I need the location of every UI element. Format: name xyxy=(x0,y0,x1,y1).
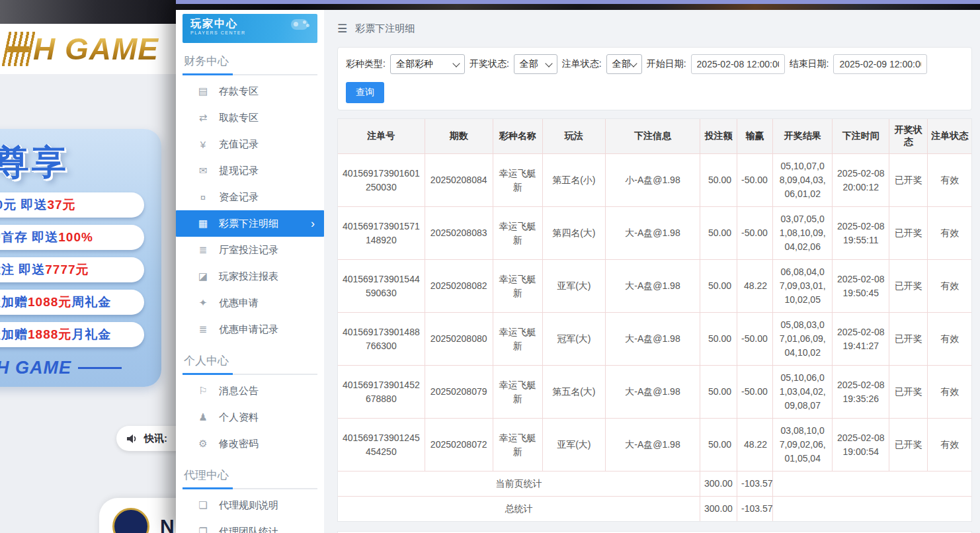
profile-icon: ♟ xyxy=(197,411,209,423)
bet-records-table: 注单号期数彩种名称玩法下注信息投注额输赢开奖结果下注时间开奖状态注单状态 401… xyxy=(338,119,971,521)
table-cell: 已开奖 xyxy=(889,260,928,313)
table-cell: 已开奖 xyxy=(889,366,928,419)
table-cell: 大-A盘@1.98 xyxy=(605,313,700,366)
agent-team-icon: ❐ xyxy=(197,526,209,533)
table-cell: 大-A盘@1.98 xyxy=(605,366,700,419)
section-divider xyxy=(183,374,317,375)
sidebar-item-link[interactable]: ✦优惠申请 xyxy=(183,290,317,316)
summary-label: 当前页统计 xyxy=(338,472,700,497)
password-icon: ⚙ xyxy=(197,438,209,450)
summary-empty xyxy=(773,497,971,522)
table-cell: -50.00 xyxy=(737,154,773,207)
hh-logo-bars-icon xyxy=(1,32,35,66)
announcement-icon: ⚐ xyxy=(197,385,209,397)
table-cell: 06,08,04,07,09,03,01,10,02,05 xyxy=(773,260,833,313)
promo-pill: 60元 即送37元 xyxy=(0,192,144,218)
hamburger-menu-icon[interactable]: ☰ xyxy=(337,22,347,36)
sidebar-item-link[interactable]: ≣厅室投注记录 xyxy=(183,237,317,263)
sidebar-item-label: 代理规则说明 xyxy=(219,499,278,512)
sidebar-item-link[interactable]: ♟个人资料 xyxy=(183,404,317,430)
promo-apply-icon: ✦ xyxy=(197,297,209,309)
sidebar-item-link[interactable]: ≣优惠申请记录 xyxy=(183,316,317,343)
table-cell: 大-A盘@1.98 xyxy=(605,207,700,260)
sidebar-item-link[interactable]: ▤存款专区 xyxy=(183,78,317,104)
sidebar-item-link[interactable]: ✉提现记录 xyxy=(183,157,317,184)
sidebar-item-link[interactable]: ❏代理规则说明 xyxy=(183,492,317,518)
sidebar-item-link[interactable]: ¥充值记录 xyxy=(183,131,317,157)
promo-footer: H GAME xyxy=(0,358,161,378)
promo-banner[interactable]: 尊享 60元 即送37元户首存 即送100%投注 即送7777元天加赠1088元… xyxy=(0,129,161,387)
sidebar-item-link[interactable]: ◪玩家投注报表 xyxy=(183,263,317,290)
table-cell: 05,10,06,01,03,04,02,09,08,07 xyxy=(773,366,833,419)
sidebar-item-link[interactable]: ⚐消息公告 xyxy=(183,378,317,404)
table-cell: 有效 xyxy=(928,366,971,419)
table-cell: 幸运飞艇新 xyxy=(493,313,542,366)
site-logo-text: H GAME xyxy=(33,31,159,67)
sidebar-item-link[interactable]: ❐代理团队统计 xyxy=(183,518,317,533)
sidebar-item-label: 个人资料 xyxy=(219,411,259,424)
table-row: 40156917390157114892020250208083幸运飞艇新第四名… xyxy=(338,207,971,260)
table-cell: 401569173901544590630 xyxy=(338,260,425,313)
draw-status-select[interactable]: 全部 xyxy=(514,54,557,74)
sidebar-item-link[interactable]: ⚙修改密码 xyxy=(183,430,317,457)
table-cell: 2025-02-08 19:00:54 xyxy=(833,419,889,472)
sidebar: 玩家中心 PLAYERS CENTER 财务中心▤存款专区⇄取款专区¥充值记录✉… xyxy=(176,10,324,533)
column-header: 期数 xyxy=(425,119,493,154)
column-header: 注单状态 xyxy=(928,119,971,154)
table-cell: 401569173901488766300 xyxy=(338,313,425,366)
sidebar-item-label: 充值记录 xyxy=(219,138,259,151)
table-cell: 50.00 xyxy=(700,260,737,313)
speaker-icon xyxy=(127,434,138,444)
promo-pill-text: 天加赠 xyxy=(0,327,28,341)
promo-pill-text: 月礼金 xyxy=(71,327,111,341)
promo-pill-text: 1888元 xyxy=(28,327,71,341)
bet-status-select[interactable]: 全部 xyxy=(606,54,642,74)
summary-label: 总统计 xyxy=(338,497,700,522)
lottery-bet-detail-icon: ▦ xyxy=(197,218,209,229)
table-cell: 50.00 xyxy=(700,419,737,472)
table-cell: -50.00 xyxy=(737,207,773,260)
table-cell: 已开奖 xyxy=(889,313,928,366)
news-ticker[interactable]: 快讯: xyxy=(116,426,176,451)
sidebar-item-label: 取款专区 xyxy=(219,112,259,124)
table-cell: 2025-02-08 19:55:11 xyxy=(833,207,889,260)
page-title: 彩票下注明细 xyxy=(355,22,415,35)
bet-records-table-card: 注单号期数彩种名称玩法下注信息投注额输赢开奖结果下注时间开奖状态注单状态 401… xyxy=(337,118,972,522)
top-dark-strip xyxy=(176,4,980,10)
table-cell: 50.00 xyxy=(700,154,737,207)
column-header: 开奖状态 xyxy=(889,119,928,154)
promo-apply-record-icon: ≣ xyxy=(197,323,209,335)
promo-pill-text: 37元 xyxy=(47,198,75,212)
table-cell: 幸运飞艇新 xyxy=(493,366,542,419)
promo-pill: 投注 即送7777元 xyxy=(0,257,144,282)
sidebar-header: 玩家中心 PLAYERS CENTER xyxy=(183,14,317,43)
promo-pill-text: 周礼金 xyxy=(71,295,111,309)
column-header: 玩法 xyxy=(542,119,605,154)
news-label: 快讯: xyxy=(144,432,167,445)
promo-pill-text: 7777元 xyxy=(45,263,89,276)
start-date-input[interactable] xyxy=(691,54,785,74)
column-header: 投注额 xyxy=(700,119,737,154)
game-controller-icon xyxy=(291,19,308,30)
sidebar-item-label: 存款专区 xyxy=(219,85,259,98)
lottery-type-select[interactable]: 全部彩种 xyxy=(390,54,465,74)
bottom-logo-card: N xyxy=(99,498,176,533)
table-cell: 第四名(大) xyxy=(542,207,605,260)
promo-footer-logo: H GAME xyxy=(0,358,71,378)
table-cell: 幸运飞艇新 xyxy=(493,207,542,260)
end-date-input[interactable] xyxy=(833,54,927,74)
table-cell: 20250208079 xyxy=(425,366,493,419)
summary-row: 当前页统计300.00-103.57 xyxy=(338,472,971,497)
table-row: 40156917390124545425020250208072幸运飞艇新亚军(… xyxy=(338,419,971,472)
sidebar-item-label: 彩票下注明细 xyxy=(219,218,278,230)
table-cell: 48.22 xyxy=(737,419,773,472)
promo-pill-text: 60元 即送 xyxy=(0,198,47,212)
sidebar-item-link[interactable]: ⇄取款专区 xyxy=(183,104,317,131)
sidebar-item-active[interactable]: ▦彩票下注明细› xyxy=(176,210,324,237)
sidebar-item-link[interactable]: ¤资金记录 xyxy=(183,184,317,210)
table-cell: 05,10,07,08,09,04,03,06,01,02 xyxy=(773,154,833,207)
query-button[interactable]: 查询 xyxy=(346,82,384,103)
sidebar-sections: 财务中心▤存款专区⇄取款专区¥充值记录✉提现记录¤资金记录▦彩票下注明细›≣厅室… xyxy=(183,54,317,533)
column-header: 注单号 xyxy=(338,119,425,154)
table-cell: 20250208082 xyxy=(425,260,493,313)
